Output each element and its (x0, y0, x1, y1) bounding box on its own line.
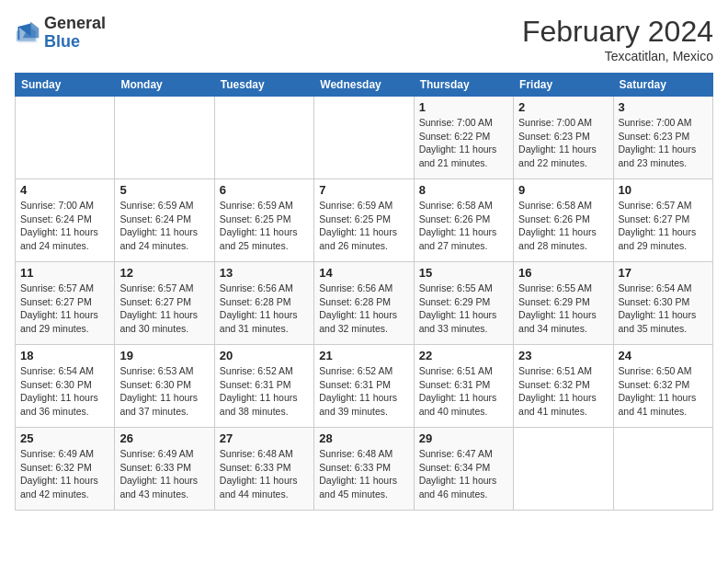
day-number: 24 (619, 349, 708, 362)
calendar-cell: 18Sunrise: 6:54 AMSunset: 6:30 PMDayligh… (16, 345, 115, 428)
day-info: Sunrise: 6:54 AMSunset: 6:30 PMDaylight:… (619, 282, 708, 336)
day-number: 2 (518, 100, 608, 114)
calendar-header-row: SundayMondayTuesdayWednesdayThursdayFrid… (16, 74, 713, 97)
calendar-cell: 7Sunrise: 6:59 AMSunset: 6:25 PMDaylight… (314, 179, 414, 262)
calendar-cell: 19Sunrise: 6:53 AMSunset: 6:30 PMDayligh… (115, 345, 214, 428)
page-header: General Blue February 2024 Texcatitlan, … (15, 15, 713, 63)
calendar-cell: 14Sunrise: 6:56 AMSunset: 6:28 PMDayligh… (314, 262, 414, 345)
calendar-cell: 1Sunrise: 7:00 AMSunset: 6:22 PMDaylight… (414, 97, 513, 179)
day-info: Sunrise: 6:51 AMSunset: 6:31 PMDaylight:… (419, 364, 508, 419)
day-number: 15 (419, 266, 508, 280)
day-info: Sunrise: 6:57 AMSunset: 6:27 PMDaylight:… (619, 199, 708, 253)
day-info: Sunrise: 7:00 AMSunset: 6:23 PMDaylight:… (619, 116, 708, 170)
calendar-week-row: 18Sunrise: 6:54 AMSunset: 6:30 PMDayligh… (16, 345, 713, 428)
day-number: 10 (619, 183, 708, 197)
calendar-cell (314, 97, 414, 179)
calendar-cell: 8Sunrise: 6:58 AMSunset: 6:26 PMDaylight… (414, 179, 513, 262)
day-info: Sunrise: 6:56 AMSunset: 6:28 PMDaylight:… (319, 282, 408, 336)
calendar-cell (214, 97, 313, 179)
calendar-cell: 15Sunrise: 6:55 AMSunset: 6:29 PMDayligh… (414, 262, 513, 345)
calendar-cell: 16Sunrise: 6:55 AMSunset: 6:29 PMDayligh… (514, 262, 613, 345)
day-number: 3 (619, 100, 708, 114)
day-info: Sunrise: 6:58 AMSunset: 6:26 PMDaylight:… (518, 199, 608, 253)
day-number: 23 (518, 349, 608, 362)
day-header-wednesday: Wednesday (314, 74, 414, 97)
day-info: Sunrise: 6:48 AMSunset: 6:33 PMDaylight:… (319, 447, 408, 501)
day-info: Sunrise: 6:47 AMSunset: 6:34 PMDaylight:… (419, 447, 508, 501)
day-number: 9 (518, 183, 608, 197)
calendar-title: February 2024 (522, 15, 713, 49)
day-number: 14 (319, 266, 408, 280)
calendar-cell: 27Sunrise: 6:48 AMSunset: 6:33 PMDayligh… (214, 428, 313, 511)
calendar-cell: 25Sunrise: 6:49 AMSunset: 6:32 PMDayligh… (16, 428, 115, 511)
calendar-cell: 24Sunrise: 6:50 AMSunset: 6:32 PMDayligh… (613, 345, 712, 428)
day-number: 27 (220, 431, 309, 445)
calendar-cell: 21Sunrise: 6:52 AMSunset: 6:31 PMDayligh… (314, 345, 414, 428)
calendar-cell: 5Sunrise: 6:59 AMSunset: 6:24 PMDaylight… (115, 179, 214, 262)
day-number: 11 (20, 266, 109, 280)
day-info: Sunrise: 6:52 AMSunset: 6:31 PMDaylight:… (220, 364, 309, 419)
calendar-table: SundayMondayTuesdayWednesdayThursdayFrid… (15, 73, 713, 511)
calendar-cell: 29Sunrise: 6:47 AMSunset: 6:34 PMDayligh… (414, 428, 513, 511)
calendar-cell: 13Sunrise: 6:56 AMSunset: 6:28 PMDayligh… (214, 262, 313, 345)
day-info: Sunrise: 6:57 AMSunset: 6:27 PMDaylight:… (119, 282, 209, 336)
calendar-cell: 9Sunrise: 6:58 AMSunset: 6:26 PMDaylight… (514, 179, 613, 262)
day-info: Sunrise: 6:49 AMSunset: 6:32 PMDaylight:… (20, 447, 109, 501)
calendar-cell: 17Sunrise: 6:54 AMSunset: 6:30 PMDayligh… (613, 262, 712, 345)
day-number: 1 (419, 100, 508, 114)
calendar-cell: 20Sunrise: 6:52 AMSunset: 6:31 PMDayligh… (214, 345, 313, 428)
day-number: 18 (20, 349, 109, 362)
day-number: 17 (619, 266, 708, 280)
day-number: 28 (319, 431, 408, 445)
calendar-cell: 22Sunrise: 6:51 AMSunset: 6:31 PMDayligh… (414, 345, 513, 428)
day-number: 19 (119, 349, 209, 362)
day-info: Sunrise: 6:48 AMSunset: 6:33 PMDaylight:… (220, 447, 309, 501)
day-number: 13 (220, 266, 309, 280)
day-number: 6 (220, 183, 309, 197)
day-header-tuesday: Tuesday (214, 74, 313, 97)
calendar-cell: 28Sunrise: 6:48 AMSunset: 6:33 PMDayligh… (314, 428, 414, 511)
calendar-week-row: 11Sunrise: 6:57 AMSunset: 6:27 PMDayligh… (16, 262, 713, 345)
day-info: Sunrise: 6:57 AMSunset: 6:27 PMDaylight:… (20, 282, 109, 336)
day-number: 21 (319, 349, 408, 362)
calendar-cell: 3Sunrise: 7:00 AMSunset: 6:23 PMDaylight… (613, 97, 712, 179)
day-info: Sunrise: 6:55 AMSunset: 6:29 PMDaylight:… (419, 282, 508, 336)
day-number: 4 (20, 183, 109, 197)
day-info: Sunrise: 6:56 AMSunset: 6:28 PMDaylight:… (220, 282, 309, 336)
calendar-week-row: 1Sunrise: 7:00 AMSunset: 6:22 PMDaylight… (16, 97, 713, 179)
day-info: Sunrise: 6:53 AMSunset: 6:30 PMDaylight:… (119, 364, 209, 419)
day-number: 5 (119, 183, 209, 197)
calendar-cell: 11Sunrise: 6:57 AMSunset: 6:27 PMDayligh… (16, 262, 115, 345)
calendar-cell (16, 97, 115, 179)
calendar-cell: 23Sunrise: 6:51 AMSunset: 6:32 PMDayligh… (514, 345, 613, 428)
day-info: Sunrise: 6:54 AMSunset: 6:30 PMDaylight:… (20, 364, 109, 419)
logo-blue-text: Blue (44, 32, 80, 51)
day-info: Sunrise: 6:58 AMSunset: 6:26 PMDaylight:… (419, 199, 508, 253)
calendar-cell (514, 428, 613, 511)
day-number: 12 (119, 266, 209, 280)
day-number: 16 (518, 266, 608, 280)
day-info: Sunrise: 6:49 AMSunset: 6:33 PMDaylight:… (119, 447, 209, 501)
calendar-cell: 6Sunrise: 6:59 AMSunset: 6:25 PMDaylight… (214, 179, 313, 262)
day-info: Sunrise: 6:50 AMSunset: 6:32 PMDaylight:… (619, 364, 708, 419)
day-info: Sunrise: 6:59 AMSunset: 6:25 PMDaylight:… (319, 199, 408, 253)
calendar-cell (613, 428, 712, 511)
calendar-cell (115, 97, 214, 179)
day-header-thursday: Thursday (414, 74, 513, 97)
title-block: February 2024 Texcatitlan, Mexico (522, 15, 713, 63)
day-number: 26 (119, 431, 209, 445)
calendar-cell: 26Sunrise: 6:49 AMSunset: 6:33 PMDayligh… (115, 428, 214, 511)
calendar-cell: 2Sunrise: 7:00 AMSunset: 6:23 PMDaylight… (514, 97, 613, 179)
day-header-friday: Friday (514, 74, 613, 97)
day-number: 22 (419, 349, 508, 362)
calendar-subtitle: Texcatitlan, Mexico (522, 49, 713, 63)
day-info: Sunrise: 7:00 AMSunset: 6:24 PMDaylight:… (20, 199, 109, 253)
svg-rect-4 (18, 27, 20, 40)
calendar-cell: 10Sunrise: 6:57 AMSunset: 6:27 PMDayligh… (613, 179, 712, 262)
logo-general-text: General (44, 14, 106, 32)
day-header-saturday: Saturday (613, 74, 712, 97)
calendar-week-row: 4Sunrise: 7:00 AMSunset: 6:24 PMDaylight… (16, 179, 713, 262)
day-info: Sunrise: 6:59 AMSunset: 6:25 PMDaylight:… (220, 199, 309, 253)
day-header-sunday: Sunday (16, 74, 115, 97)
day-number: 29 (419, 431, 508, 445)
